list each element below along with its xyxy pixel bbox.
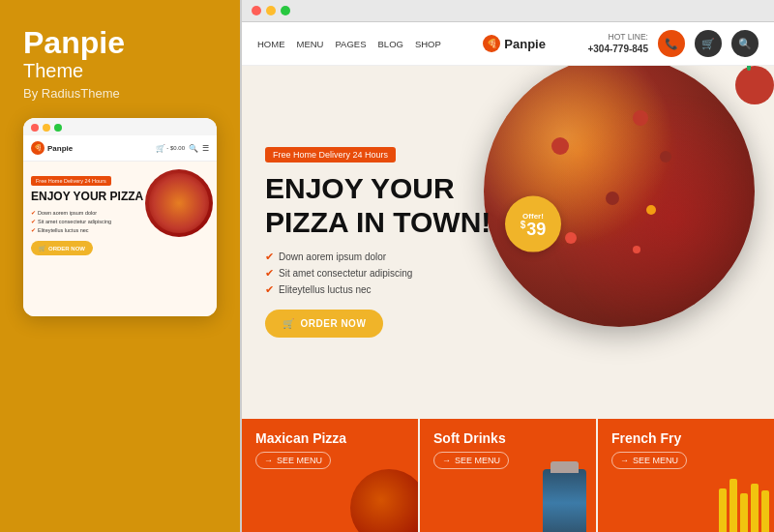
- offer-badge: Offer! $39: [505, 196, 561, 252]
- nav-link-shop[interactable]: SHOP: [415, 39, 441, 49]
- browser-bar: [242, 0, 774, 22]
- card-pizza-arrow: →: [264, 456, 273, 465]
- nav-link-home[interactable]: HOME: [257, 39, 285, 49]
- search-icon[interactable]: 🔍: [731, 30, 759, 57]
- mockup-check-icon-3: ✔: [31, 226, 36, 233]
- card-drink-image: [543, 469, 586, 532]
- mockup-pizza-image: [145, 169, 213, 237]
- nav-link-menu[interactable]: MENU: [297, 39, 324, 49]
- mockup-nav: 🍕 Panpie 🛒 - $0.00 🔍 ☰: [23, 135, 217, 162]
- hero-order-btn-label: ORDER NOW: [301, 318, 367, 329]
- dot-yellow: [43, 124, 50, 132]
- card-pizza-link[interactable]: → SEE MENU: [255, 452, 331, 469]
- fry-2: [729, 479, 737, 532]
- hero-cart-icon: 🛒: [283, 318, 295, 329]
- browser-dot-yellow: [266, 6, 276, 15]
- right-panel: HOME MENU PAGES BLOG SHOP 🍕 Panpie HOT L…: [240, 0, 774, 532]
- card-pizza-title: Maxican Pizza: [255, 430, 404, 446]
- mockup-cart[interactable]: 🛒 - $0.00: [156, 144, 185, 153]
- hero-title-line1: ENJOY YOUR: [265, 172, 751, 206]
- food-card-fries: French Fry → SEE MENU: [598, 419, 774, 532]
- offer-amount: 39: [526, 219, 546, 238]
- card-drinks-title: Soft Drinks: [433, 430, 582, 446]
- dot-red: [31, 124, 39, 132]
- card-fries-title: French Fry: [611, 430, 760, 446]
- hero-check-icon-1: ✔: [265, 251, 274, 263]
- card-fries-link-label: SEE MENU: [633, 456, 678, 465]
- mockup-pizza-circle: [145, 169, 213, 237]
- hero-check-item-1: ✔ Down aorem ipsum dolor: [265, 251, 751, 263]
- mockup-order-button[interactable]: 🛒 ORDER NOW: [31, 241, 93, 255]
- mockup-search-icon[interactable]: 🔍: [189, 144, 198, 153]
- card-drinks-link[interactable]: → SEE MENU: [433, 452, 509, 469]
- browser-dot-red: [252, 6, 261, 15]
- mockup-delivery-badge: Free Home Delivery 24 Hours: [31, 176, 111, 186]
- card-pizza-image: [350, 469, 420, 532]
- hero-check-text-2: Sit amet consectetur adipiscing: [279, 268, 412, 279]
- food-card-drinks: Soft Drinks → SEE MENU: [420, 419, 598, 532]
- hero-check-item-2: ✔ Sit amet consectetur adipiscing: [265, 267, 751, 280]
- hotline-label: HOT LINE:: [587, 32, 648, 43]
- hero-section: Free Home Delivery 24 Hours ENJOY YOUR P…: [242, 66, 774, 416]
- fry-3: [740, 493, 748, 532]
- mockup-cart-btn-icon: 🛒: [39, 245, 45, 251]
- mockup-hero: Free Home Delivery 24 Hours ENJOY YOUR P…: [23, 162, 217, 316]
- brand-by: By RadiusTheme: [23, 86, 217, 101]
- card-drinks-link-label: SEE MENU: [455, 456, 500, 465]
- mockup-fire-icon: 🍕: [31, 141, 45, 155]
- hero-delivery-badge: Free Home Delivery 24 Hours: [265, 147, 396, 163]
- mockup-cart-icon: 🛒: [156, 144, 165, 153]
- card-fries-image: [719, 479, 769, 532]
- mockup-check-text-3: Eliteytellus luctus nec: [38, 227, 89, 233]
- site-logo: 🍕 Panpie: [483, 35, 546, 52]
- mockup-cart-price: - $0.00: [166, 145, 185, 151]
- nav-link-blog[interactable]: BLOG: [378, 39, 403, 49]
- hero-check-icon-2: ✔: [265, 267, 274, 280]
- site-logo-text: Panpie: [504, 37, 546, 51]
- brand-title: Panpie: [23, 27, 217, 58]
- card-fries-arrow: →: [620, 456, 629, 465]
- mobile-mockup: 🍕 Panpie 🛒 - $0.00 🔍 ☰ Free Home Deliver…: [23, 118, 217, 316]
- mockup-check-text-2: Sit amet consectetur adipiscing: [38, 219, 111, 224]
- hero-check-text-1: Down aorem ipsum dolor: [279, 251, 386, 262]
- mockup-logo-text: Panpie: [47, 144, 73, 153]
- hero-checklist: ✔ Down aorem ipsum dolor ✔ Sit amet cons…: [265, 251, 751, 296]
- card-fries-link[interactable]: → SEE MENU: [611, 452, 687, 469]
- offer-dollar: $: [521, 219, 526, 229]
- mockup-logo-area: 🍕 Panpie: [31, 141, 73, 155]
- dot-green: [54, 124, 62, 132]
- brand-subtitle: Theme: [23, 60, 217, 82]
- site-nav: HOME MENU PAGES BLOG SHOP 🍕 Panpie HOT L…: [242, 22, 774, 66]
- site-nav-right: HOT LINE: +304-779-845 📞 🛒 🔍: [587, 30, 759, 57]
- mockup-dots: [23, 118, 217, 135]
- bottom-cards: Maxican Pizza → SEE MENU Soft Drinks → S…: [242, 416, 774, 532]
- mockup-nav-right: 🛒 - $0.00 🔍 ☰: [156, 144, 209, 153]
- mockup-check-text-1: Down aorem ipsum dolor: [38, 210, 97, 216]
- mockup-hamburger-icon[interactable]: ☰: [202, 144, 209, 153]
- tomato-decoration: [735, 66, 774, 104]
- hero-content: Free Home Delivery 24 Hours ENJOY YOUR P…: [265, 144, 751, 338]
- topping-4: [633, 110, 648, 126]
- hero-order-button[interactable]: 🛒 ORDER NOW: [265, 310, 383, 338]
- left-panel: Panpie Theme By RadiusTheme 🍕 Panpie 🛒 -…: [0, 0, 240, 532]
- mockup-check-icon-2: ✔: [31, 218, 36, 224]
- phone-icon[interactable]: 📞: [658, 30, 685, 57]
- mockup-check-icon-1: ✔: [31, 209, 36, 216]
- fry-1: [719, 488, 727, 532]
- hotline-number: +304-779-845: [587, 43, 648, 55]
- card-pizza-link-label: SEE MENU: [277, 456, 322, 465]
- hero-check-text-3: Eliteytellus luctus nec: [279, 284, 372, 295]
- nav-link-pages[interactable]: PAGES: [335, 39, 366, 49]
- card-drinks-arrow: →: [442, 456, 451, 465]
- browser-dot-green: [281, 6, 290, 15]
- offer-price: $39: [521, 220, 547, 237]
- food-card-pizza: Maxican Pizza → SEE MENU: [242, 419, 420, 532]
- hero-check-icon-3: ✔: [265, 283, 274, 296]
- site-logo-icon: 🍕: [483, 35, 500, 52]
- fry-5: [761, 490, 769, 532]
- site-nav-links: HOME MENU PAGES BLOG SHOP: [257, 39, 441, 49]
- hotline-info: HOT LINE: +304-779-845: [587, 32, 648, 55]
- hero-check-item-3: ✔ Eliteytellus luctus nec: [265, 283, 751, 296]
- mockup-order-btn-label: ORDER NOW: [48, 246, 85, 251]
- cart-icon[interactable]: 🛒: [695, 30, 722, 57]
